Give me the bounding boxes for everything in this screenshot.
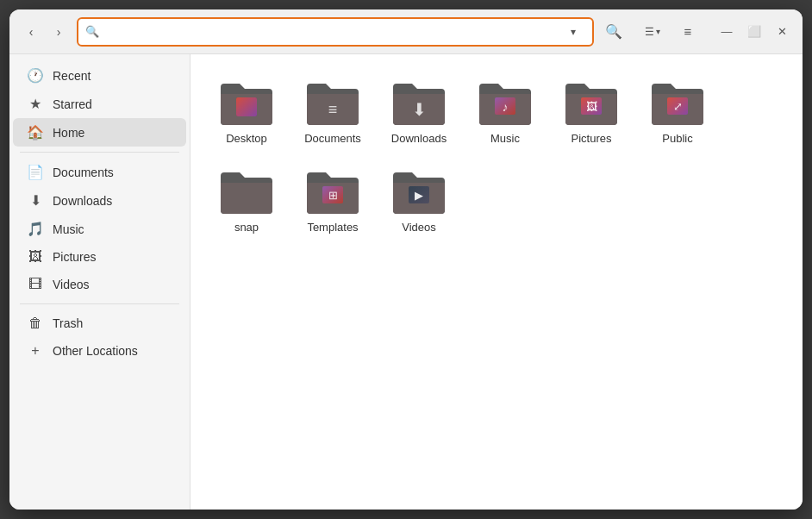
folder-icon-videos: ▶ xyxy=(391,167,447,216)
folder-icon-desktop xyxy=(219,78,274,127)
content-area: 🕐 Recent ★ Starred 🏠 Home 📄 Documents ⬇ … xyxy=(9,54,803,510)
sidebar-label-starred: Starred xyxy=(53,97,92,111)
file-item-videos[interactable]: ▶ Videos xyxy=(380,160,458,241)
starred-icon: ★ xyxy=(27,96,44,112)
svg-text:⬇: ⬇ xyxy=(412,100,427,119)
sidebar-item-music[interactable]: 🎵 Music xyxy=(13,215,186,243)
music-icon: 🎵 xyxy=(27,221,44,237)
svg-text:⤢: ⤢ xyxy=(673,100,683,113)
file-item-documents[interactable]: ≡ Documents xyxy=(294,72,372,152)
sidebar-item-home[interactable]: 🏠 Home xyxy=(13,118,186,147)
search-bar: 🔍 ▾ xyxy=(77,17,594,47)
toolbar-right: ☰ ▾ ≡ xyxy=(634,17,703,47)
videos-icon: 🎞 xyxy=(27,277,44,292)
sidebar-item-recent[interactable]: 🕐 Recent xyxy=(13,61,186,90)
home-icon: 🏠 xyxy=(27,124,44,141)
sidebar-item-pictures[interactable]: 🖼 Pictures xyxy=(13,243,186,271)
downloads-icon: ⬇ xyxy=(27,192,44,209)
file-item-music[interactable]: ♪ Music xyxy=(466,72,544,152)
sidebar-label-videos: Videos xyxy=(53,278,90,291)
documents-icon: 📄 xyxy=(27,164,44,180)
file-item-public[interactable]: ⤢ Public xyxy=(639,72,716,152)
forward-button[interactable]: › xyxy=(46,19,72,45)
sidebar-item-starred[interactable]: ★ Starred xyxy=(13,90,186,118)
sidebar-label-other-locations: Other Locations xyxy=(53,344,138,358)
sidebar-label-recent: Recent xyxy=(53,69,91,83)
main-content: Desktop ≡ Documents xyxy=(191,54,803,510)
sidebar-separator-1 xyxy=(20,152,179,153)
trash-icon: 🗑 xyxy=(27,316,44,331)
sidebar-item-documents[interactable]: 📄 Documents xyxy=(13,158,186,186)
search-bar-icon: 🔍 xyxy=(85,25,99,38)
file-item-snap[interactable]: snap xyxy=(208,160,285,241)
file-label-public: Public xyxy=(662,132,692,145)
back-button[interactable]: ‹ xyxy=(18,19,44,45)
view-list-button[interactable]: ☰ ▾ xyxy=(634,17,671,47)
nav-buttons: ‹ › xyxy=(18,19,72,45)
svg-text:⊞: ⊞ xyxy=(328,189,338,202)
sidebar-label-documents: Documents xyxy=(53,166,114,179)
pictures-icon: 🖼 xyxy=(27,249,44,265)
file-label-snap: snap xyxy=(234,221,259,234)
file-label-desktop: Desktop xyxy=(226,132,267,145)
file-item-downloads[interactable]: ⬇ Downloads xyxy=(380,72,458,152)
file-label-videos: Videos xyxy=(402,221,436,234)
view-arrow-icon: ▾ xyxy=(656,27,660,36)
folder-icon-pictures: 🖼 xyxy=(564,78,619,127)
menu-button[interactable]: ≡ xyxy=(673,17,703,47)
search-button[interactable]: 🔍 xyxy=(599,17,628,47)
hamburger-icon: ≡ xyxy=(684,24,692,39)
file-label-music: Music xyxy=(490,132,520,145)
folder-icon-downloads: ⬇ xyxy=(391,78,447,127)
svg-text:🖼: 🖼 xyxy=(586,100,597,113)
file-label-downloads: Downloads xyxy=(391,132,447,145)
sidebar-label-home: Home xyxy=(53,126,84,140)
list-view-icon: ☰ xyxy=(645,26,654,38)
sidebar-item-downloads[interactable]: ⬇ Downloads xyxy=(13,186,186,215)
sidebar-label-downloads: Downloads xyxy=(53,194,112,208)
close-icon: ✕ xyxy=(778,25,787,38)
maximize-icon: ⬜ xyxy=(747,25,761,38)
svg-text:▶: ▶ xyxy=(415,189,423,202)
file-manager-window: ‹ › 🔍 ▾ 🔍 ☰ ▾ ≡ — ⬜ ✕ xyxy=(9,9,803,510)
file-label-documents: Documents xyxy=(304,132,361,145)
sidebar-separator-2 xyxy=(20,303,179,304)
titlebar: ‹ › 🔍 ▾ 🔍 ☰ ▾ ≡ — ⬜ ✕ xyxy=(9,9,803,54)
file-item-desktop[interactable]: Desktop xyxy=(208,72,285,152)
folder-icon-music: ♪ xyxy=(478,78,533,127)
minimize-button[interactable]: — xyxy=(715,20,739,44)
recent-icon: 🕐 xyxy=(27,67,44,84)
search-dropdown-button[interactable]: ▾ xyxy=(561,20,585,44)
window-controls: — ⬜ ✕ xyxy=(715,20,794,44)
folder-icon-documents: ≡ xyxy=(305,78,360,127)
svg-text:≡: ≡ xyxy=(328,101,338,118)
file-item-templates[interactable]: ⊞ Templates xyxy=(294,160,372,241)
sidebar: 🕐 Recent ★ Starred 🏠 Home 📄 Documents ⬇ … xyxy=(9,54,191,510)
sidebar-label-trash: Trash xyxy=(53,316,83,330)
sidebar-item-other-locations[interactable]: + Other Locations xyxy=(13,337,186,365)
svg-rect-1 xyxy=(236,97,257,116)
sidebar-item-videos[interactable]: 🎞 Videos xyxy=(13,271,186,298)
maximize-button[interactable]: ⬜ xyxy=(742,20,766,44)
sidebar-label-pictures: Pictures xyxy=(53,250,97,264)
search-input[interactable] xyxy=(104,25,556,39)
file-label-templates: Templates xyxy=(307,221,358,234)
folder-icon-snap xyxy=(219,167,274,216)
file-grid: Desktop ≡ Documents xyxy=(208,72,785,241)
file-label-pictures: Pictures xyxy=(572,132,612,145)
minimize-icon: — xyxy=(721,25,733,38)
sidebar-label-music: Music xyxy=(53,222,84,236)
sidebar-item-trash[interactable]: 🗑 Trash xyxy=(13,310,186,337)
folder-icon-templates: ⊞ xyxy=(305,167,360,216)
close-button[interactable]: ✕ xyxy=(770,20,794,44)
folder-icon-public: ⤢ xyxy=(650,78,705,127)
svg-text:♪: ♪ xyxy=(503,100,509,114)
file-item-pictures[interactable]: 🖼 Pictures xyxy=(553,72,630,152)
other-locations-icon: + xyxy=(27,343,44,359)
